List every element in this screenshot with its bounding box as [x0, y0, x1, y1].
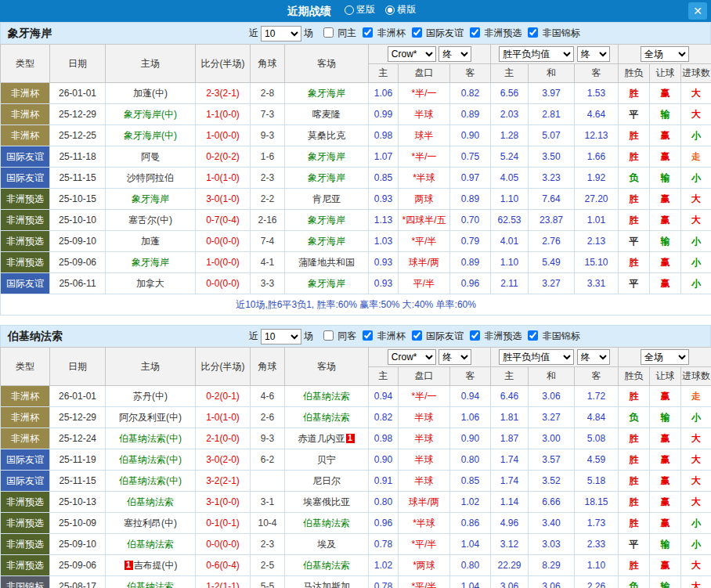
layout-horizontal-option[interactable]: 横版: [385, 3, 416, 16]
away-handicap-odds: 1.04: [450, 534, 491, 555]
match-row: 国际友谊25-06-11加拿大0-0(0-0)3-3象牙海岸0.93平/半0.9…: [1, 273, 711, 294]
qualifier-checkbox[interactable]: [470, 27, 480, 38]
wdl-result: 胜: [619, 449, 650, 471]
matches-body: 非洲杯26-01-01加蓬(中)2-3(2-1)2-8象牙海岸1.06*半/一0…: [1, 83, 711, 294]
match-row: 非洲预选25-09-10加蓬0-0(0-0)7-4象牙海岸1.03*平/半0.7…: [1, 231, 711, 252]
lose-avg-odds: 27.20: [575, 189, 619, 210]
odds-stage-select[interactable]: 终: [439, 349, 471, 365]
filter-bar: 近 10 场 同主 非洲杯 国际友谊 非洲预选: [247, 26, 586, 41]
team-label: 伯基纳法索: [127, 539, 174, 550]
competition-filter-qualifier[interactable]: 非洲预选: [470, 330, 522, 343]
match-row: 非洲预选25-10-15象牙海岸3-0(1-0)2-2肯尼亚0.93两球0.89…: [1, 189, 711, 210]
same-venue-filter[interactable]: 同客: [323, 330, 356, 343]
wdl-avg-group-header: 胜平负均值 终: [491, 348, 619, 367]
qualifier-label: 非洲预选: [484, 330, 522, 341]
competition-filter-chan[interactable]: 非国锦标: [528, 27, 579, 40]
goals-result: 大: [681, 449, 711, 471]
home-handicap-odds: 1.13: [369, 210, 399, 231]
lose-avg-odds: 3.31: [575, 273, 619, 294]
same-venue-filter[interactable]: 同主: [323, 27, 356, 40]
lose-avg-odds: 1.01: [575, 210, 619, 231]
afc-checkbox[interactable]: [363, 27, 373, 38]
away-handicap-odds: 1.04: [450, 576, 491, 588]
odds-stage-select[interactable]: 终: [439, 46, 471, 62]
away-handicap-odds: 0.70: [450, 210, 491, 231]
handicap-line: *半球: [399, 513, 450, 534]
friendly-checkbox[interactable]: [412, 330, 422, 341]
away-handicap-odds: 0.94: [450, 386, 491, 407]
handicap-result: 赢: [650, 83, 681, 104]
chan-checkbox[interactable]: [528, 27, 538, 38]
away-handicap-odds: 0.89: [450, 252, 491, 273]
friendly-checkbox[interactable]: [412, 27, 422, 38]
competition-type-badge: 非洲预选: [1, 513, 50, 534]
same-venue-checkbox[interactable]: [323, 330, 334, 341]
match-date: 25-11-18: [50, 146, 106, 168]
wdl-avg-select[interactable]: 胜平负均值: [499, 46, 574, 62]
handicap-line: *平/半: [399, 576, 450, 588]
lose-avg-odds: 4.59: [575, 449, 619, 471]
home-team: 伯基纳法索(中): [106, 471, 196, 492]
same-venue-label: 同客: [337, 330, 356, 341]
subcol-goals-result: 进球数: [681, 64, 711, 83]
handicap-line: *平/半: [399, 534, 450, 555]
col-header-score: 比分(半场): [196, 45, 251, 83]
win-avg-odds: 1.74: [491, 471, 529, 492]
competition-filter-friendly[interactable]: 国际友谊: [412, 330, 464, 343]
vertical-layout-radio[interactable]: [345, 5, 354, 15]
wdl-result: 平: [619, 534, 650, 555]
match-scope-select[interactable]: 全场: [641, 349, 689, 365]
chan-label: 非国锦标: [543, 330, 580, 341]
home-handicap-odds: 0.94: [369, 386, 399, 407]
corner-score: 1-6: [251, 146, 285, 168]
match-scope-select[interactable]: 全场: [641, 46, 689, 62]
handicap-result: 赢: [650, 492, 681, 513]
competition-filter-afc[interactable]: 非洲杯: [363, 330, 405, 343]
odds-source-select[interactable]: Crow*: [388, 349, 436, 365]
wdl-result: 负: [619, 168, 650, 189]
wdl-avg-select[interactable]: 胜平负均值: [499, 349, 574, 365]
home-team: 伯基纳法索: [106, 492, 196, 513]
goals-result: 大: [681, 104, 711, 125]
competition-filter-qualifier[interactable]: 非洲预选: [470, 27, 522, 40]
competition-filter-chan[interactable]: 非国锦标: [528, 330, 579, 343]
afc-checkbox[interactable]: [363, 330, 373, 341]
win-avg-odds: 62.53: [491, 210, 529, 231]
odds-source-select[interactable]: Crow*: [388, 46, 436, 62]
competition-filter-afc[interactable]: 非洲杯: [363, 27, 405, 40]
home-handicap-odds: 0.85: [369, 168, 399, 189]
draw-avg-odds: 2.76: [529, 231, 575, 252]
wdl-stage-select[interactable]: 终: [577, 46, 610, 62]
corner-score: 9-3: [251, 428, 285, 449]
match-score: 2-1(0-0): [196, 428, 251, 449]
qualifier-checkbox[interactable]: [470, 330, 480, 341]
competition-type-badge: 国际友谊: [1, 146, 50, 168]
win-avg-odds: 4.01: [491, 231, 529, 252]
away-handicap-odds: 0.86: [450, 513, 491, 534]
recent-count-select[interactable]: 10: [261, 329, 301, 345]
goals-result: 小: [681, 231, 711, 252]
lose-avg-odds: 18.15: [575, 492, 619, 513]
handicap-line: 球半/两: [399, 252, 450, 273]
wdl-stage-select[interactable]: 终: [577, 349, 610, 365]
competition-type-badge: 非洲杯: [1, 386, 50, 407]
same-venue-checkbox[interactable]: [323, 27, 334, 38]
home-team: 加蓬: [106, 231, 196, 252]
handicap-line: 球半/两: [399, 492, 450, 513]
subcol-draw-avg: 和: [529, 367, 575, 386]
competition-filter-friendly[interactable]: 国际友谊: [412, 27, 464, 40]
close-button[interactable]: ✕: [688, 2, 707, 20]
goals-result: 大: [681, 471, 711, 492]
team-label: 蒲隆地共和国: [298, 257, 355, 268]
handicap-result: 赢: [650, 210, 681, 231]
afc-label: 非洲杯: [377, 330, 406, 341]
recent-count-select[interactable]: 10: [261, 26, 301, 41]
layout-vertical-option[interactable]: 竖版: [345, 3, 375, 16]
draw-avg-odds: 8.29: [529, 555, 575, 576]
wdl-result: 胜: [619, 386, 650, 407]
corner-score: 4-1: [251, 252, 285, 273]
lose-avg-odds: 1.10: [575, 555, 619, 576]
horizontal-layout-radio[interactable]: [385, 5, 395, 15]
chan-checkbox[interactable]: [528, 330, 538, 341]
handicap-result: 赢: [650, 428, 681, 449]
